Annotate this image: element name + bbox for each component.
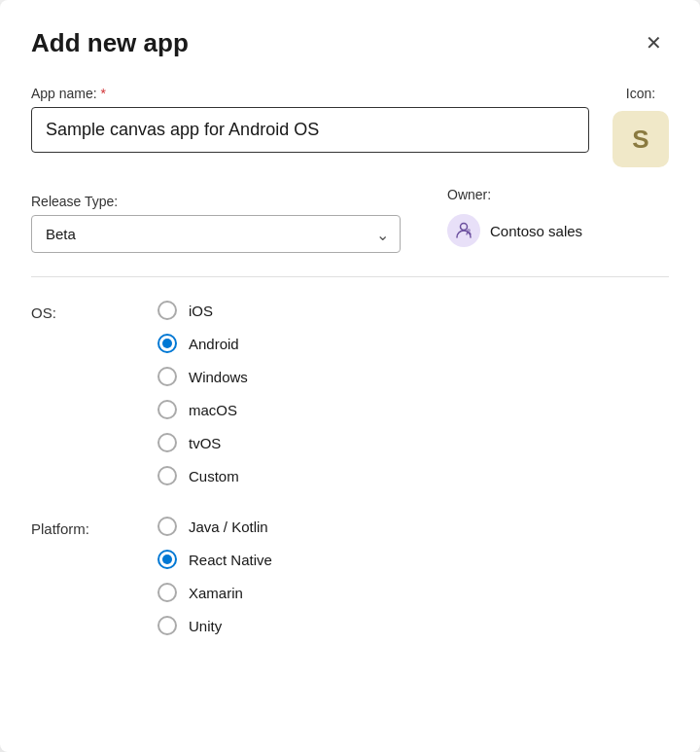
close-icon: ✕ — [646, 31, 662, 54]
dialog-title: Add new app — [31, 28, 189, 58]
os-macos-radio — [158, 400, 177, 419]
platform-java-kotlin-label: Java / Kotlin — [189, 519, 268, 535]
icon-section: Icon: S — [612, 86, 669, 167]
app-name-section: App name: * — [31, 86, 589, 153]
svg-point-0 — [461, 224, 468, 231]
os-ios-radio — [158, 301, 177, 320]
os-android-label: Android — [189, 336, 239, 352]
app-name-label: App name: * — [31, 86, 589, 101]
os-option-android[interactable]: Android — [158, 334, 248, 353]
app-name-input[interactable] — [31, 107, 589, 153]
platform-option-unity[interactable]: Unity — [158, 616, 272, 635]
platform-option-java-kotlin[interactable]: Java / Kotlin — [158, 517, 272, 536]
owner-label: Owner: — [447, 187, 669, 202]
app-icon: S — [612, 111, 669, 167]
icon-label: Icon: — [626, 86, 655, 101]
add-new-app-dialog: Add new app ✕ App name: * Icon: S Releas… — [0, 0, 700, 752]
owner-display: Contoso sales — [447, 208, 669, 253]
os-tvos-radio — [158, 433, 177, 452]
app-name-icon-row: App name: * Icon: S — [31, 86, 669, 167]
os-option-ios[interactable]: iOS — [158, 301, 248, 320]
os-windows-label: Windows — [189, 369, 248, 385]
os-option-macos[interactable]: macOS — [158, 400, 248, 419]
os-option-windows[interactable]: Windows — [158, 367, 248, 386]
os-android-radio — [158, 334, 177, 353]
os-option-custom[interactable]: Custom — [158, 466, 248, 485]
os-section: OS: iOS Android Windows — [31, 301, 669, 485]
required-indicator: * — [101, 86, 106, 101]
platform-react-native-label: React Native — [189, 552, 272, 568]
os-tvos-label: tvOS — [189, 435, 221, 451]
close-button[interactable]: ✕ — [638, 27, 669, 58]
platform-unity-label: Unity — [189, 618, 222, 634]
platform-options: Java / Kotlin React Native Xamarin Unity — [158, 517, 272, 635]
os-macos-label: macOS — [189, 402, 237, 418]
platform-java-kotlin-radio — [158, 517, 177, 536]
os-row: OS: iOS Android Windows — [31, 301, 669, 485]
os-options: iOS Android Windows macOS — [158, 301, 248, 485]
release-type-section: Release Type: Alpha Beta Production ⌄ — [31, 194, 401, 253]
divider — [31, 276, 669, 277]
platform-xamarin-radio — [158, 583, 177, 602]
platform-xamarin-label: Xamarin — [189, 585, 243, 601]
platform-section: Platform: Java / Kotlin React Native Xam… — [31, 517, 669, 635]
release-type-select-wrapper: Alpha Beta Production ⌄ — [31, 215, 401, 253]
os-ios-label: iOS — [189, 303, 213, 319]
owner-avatar — [447, 214, 480, 247]
platform-option-xamarin[interactable]: Xamarin — [158, 583, 272, 602]
dialog-header: Add new app ✕ — [31, 27, 669, 58]
release-type-label: Release Type: — [31, 194, 401, 209]
platform-row: Platform: Java / Kotlin React Native Xam… — [31, 517, 669, 635]
platform-option-react-native[interactable]: React Native — [158, 550, 272, 569]
owner-name: Contoso sales — [490, 223, 582, 239]
platform-react-native-radio — [158, 550, 177, 569]
os-custom-label: Custom — [189, 468, 239, 484]
platform-label: Platform: — [31, 517, 158, 635]
platform-unity-radio — [158, 616, 177, 635]
os-option-tvos[interactable]: tvOS — [158, 433, 248, 452]
os-label: OS: — [31, 301, 158, 485]
owner-section: Owner: Contoso sales — [447, 187, 669, 253]
os-custom-radio — [158, 466, 177, 485]
release-type-select[interactable]: Alpha Beta Production — [31, 215, 401, 253]
svg-point-1 — [467, 229, 471, 233]
os-windows-radio — [158, 367, 177, 386]
release-owner-row: Release Type: Alpha Beta Production ⌄ Ow… — [31, 187, 669, 253]
